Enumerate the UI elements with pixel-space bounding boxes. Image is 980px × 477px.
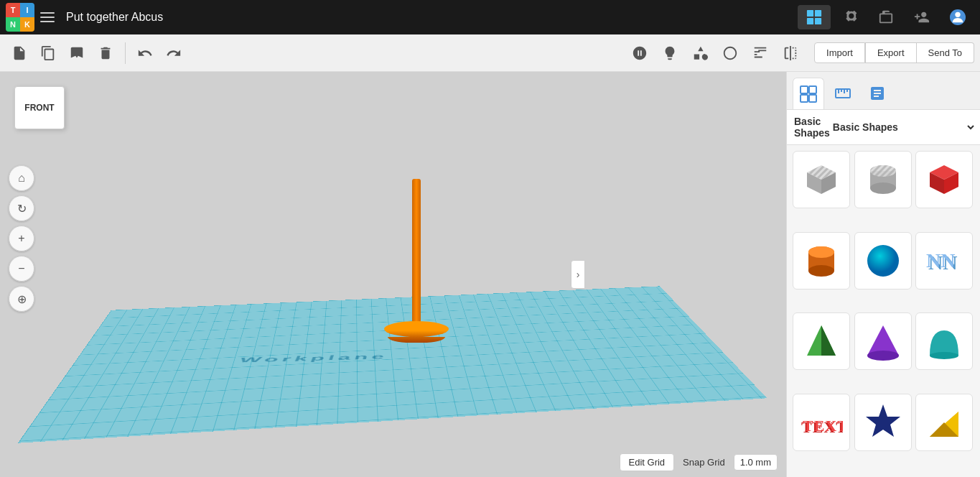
logo-t: T [6,3,20,17]
svg-point-28 [870,165,896,177]
shape-item-cone[interactable] [854,312,912,370]
camera-button[interactable] [626,41,653,65]
shape-item-text-3d-red[interactable]: TEXT TEXT [793,394,850,451]
shape-selector-dropdown[interactable]: Basic Shapes Letters Connectors Featured… [830,121,976,134]
main-content: FRONT ⌂ ↻ + − ⊕ Workplane › Edit Grid Sn… [0,72,980,477]
project-title: Put together Abcus [66,11,798,24]
right-panel: Basic Shapes Basic Shapes Letters Connec… [786,72,980,477]
svg-point-8 [955,12,960,17]
svg-rect-12 [809,95,816,102]
svg-text:NN: NN [926,249,955,272]
tab-gallery[interactable] [798,5,831,29]
svg-rect-1 [40,17,55,18]
left-controls: ⌂ ↻ + − ⊕ [9,165,34,312]
shape-item-star[interactable] [854,394,912,451]
shape-item-cylinder-hole[interactable] [854,151,912,208]
fit-view-button[interactable]: ⊕ [9,286,34,312]
shape-item-box[interactable] [915,151,973,208]
logo-n: N [6,17,20,32]
tab-grid-view[interactable] [793,78,824,109]
nav-right [798,5,974,29]
copy-button[interactable] [34,41,62,65]
shape-item-pyramid[interactable] [793,312,850,370]
tab-notes[interactable] [862,78,893,109]
add-user-button[interactable] [905,5,938,29]
tab-briefcase[interactable] [869,5,902,29]
svg-marker-47 [866,404,900,437]
workplane-label: Workplane [238,353,388,364]
svg-rect-11 [801,95,808,102]
abacus-object [384,179,449,337]
light-button[interactable] [656,41,683,65]
zoom-out-button[interactable]: − [9,256,34,282]
svg-point-35 [808,246,834,258]
shape-selector-label: Basic Shapes [794,116,830,139]
redo-button[interactable] [160,41,187,65]
svg-point-43 [867,351,899,361]
duplicate-button[interactable] [63,41,90,65]
orbit-button[interactable]: ↻ [9,195,34,221]
front-label-text: FRONT [24,103,54,113]
front-label: FRONT [14,86,65,129]
toolbar: Import Export Send To [0,34,980,72]
align-button[interactable] [747,41,774,65]
svg-rect-2 [40,21,55,22]
profile-button[interactable] [941,5,974,29]
undo-button[interactable] [131,41,159,65]
divider-1 [125,42,126,64]
shape-item-cylinder[interactable] [793,232,850,290]
shape-selector: Basic Shapes Basic Shapes Letters Connec… [787,110,980,145]
flip-button[interactable] [777,41,804,65]
circle-button[interactable] [717,41,744,65]
logo-i: I [20,3,34,17]
svg-rect-0 [40,12,55,14]
abacus-base [384,321,449,337]
abacus-pole [412,179,421,323]
shape-button[interactable] [686,41,714,65]
svg-rect-9 [801,86,808,93]
shape-item-box-hole[interactable] [793,151,850,208]
svg-rect-10 [809,86,816,93]
svg-point-27 [870,182,896,194]
zoom-in-button[interactable]: + [9,226,34,251]
svg-rect-6 [815,18,821,24]
collapse-panel-button[interactable]: › [571,260,585,289]
svg-rect-4 [815,10,821,17]
svg-text:TEXT: TEXT [803,417,843,435]
snap-grid-value[interactable]: 1.0 mm [734,454,778,471]
toolbar-center-icons [626,41,804,65]
new-button[interactable] [6,41,33,65]
svg-point-36 [867,245,899,277]
export-button[interactable]: Export [865,42,917,63]
edit-grid-button[interactable]: Edit Grid [620,453,675,471]
panel-tabs [787,72,980,110]
shape-item-text-3d[interactable]: NN NN [915,232,973,290]
tab-ruler[interactable] [827,78,859,109]
top-nav: T I N K Put together Abcus [0,0,980,34]
svg-rect-3 [807,10,813,17]
home-view-button[interactable]: ⌂ [9,165,34,191]
send-to-button[interactable]: Send To [917,42,974,63]
svg-point-34 [808,265,834,277]
logo-k: K [20,17,34,32]
import-button[interactable]: Import [814,42,865,63]
shape-item-roof[interactable] [915,312,973,370]
shape-item-wedge[interactable] [915,394,973,451]
svg-point-44 [930,352,958,359]
tab-build[interactable] [834,5,867,29]
bottom-controls: Edit Grid Snap Grid 1.0 mm [620,453,778,471]
shape-item-sphere[interactable] [854,232,912,290]
viewport[interactable]: FRONT ⌂ ↻ + − ⊕ Workplane › Edit Grid Sn… [0,72,786,477]
shapes-grid: NN NN [787,145,980,477]
snap-grid-label: Snap Grid [683,457,725,468]
svg-rect-5 [807,18,813,24]
menu-button[interactable] [34,7,60,27]
delete-button[interactable] [92,41,119,65]
right-action-buttons: Import Export Send To [814,42,974,63]
tinkercad-logo: T I N K [6,3,34,32]
svg-marker-40 [821,325,836,356]
